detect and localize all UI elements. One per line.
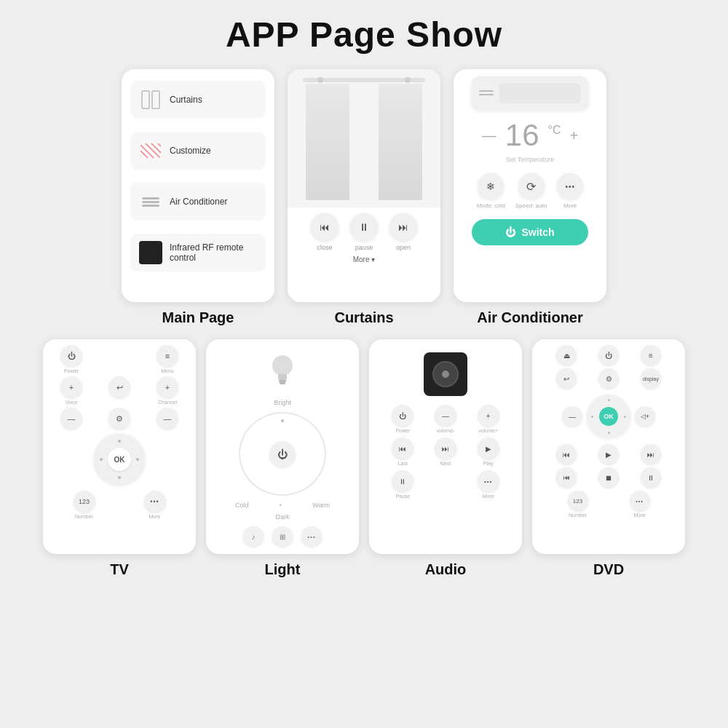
ac-unit-lines <box>479 90 494 95</box>
voice-plus-icon[interactable]: + <box>60 376 82 398</box>
light-scene-btn[interactable]: ♪ <box>243 526 264 547</box>
power-icon[interactable]: ⏻ <box>392 405 414 427</box>
ch-plus-label: Channel <box>158 400 177 405</box>
ac-mode-cold[interactable]: ❄ Mode: cold <box>477 173 505 209</box>
audio-power-btn[interactable]: ⏻ Power <box>384 405 422 433</box>
more-icon[interactable]: ••• <box>630 491 650 511</box>
prev-icon[interactable]: ⏮ <box>556 467 577 488</box>
dvd-ff-btn[interactable]: ⏭ <box>631 444 670 464</box>
dvd-stop-btn[interactable]: ⏹ <box>589 467 628 488</box>
dvd-vol-icon[interactable]: ◁+ <box>635 406 655 427</box>
power-icon[interactable]: ⏻ <box>598 345 619 365</box>
audio-more-btn[interactable]: ••• More <box>469 470 507 499</box>
audio-vol-plus-btn[interactable]: + volume+ <box>469 405 507 433</box>
ac-plus-btn[interactable]: + <box>569 127 578 144</box>
pause-icon[interactable]: ⏸ <box>350 213 378 241</box>
more-icon[interactable]: ••• <box>144 491 166 513</box>
light-timer-btn[interactable]: ⊞ <box>272 526 293 547</box>
tv-voice-plus-btn[interactable]: + Voice <box>49 376 94 405</box>
ac-speed-label: Speed: auto <box>515 202 547 209</box>
tv-number-btn[interactable]: 123 Number <box>74 491 95 519</box>
dvd-number-btn[interactable]: 123 Number <box>568 491 588 518</box>
tv-ch-plus-btn[interactable]: + Channel <box>145 376 190 405</box>
dvd-rew-btn[interactable]: ⏮ <box>547 444 586 464</box>
number-icon[interactable]: 123 <box>568 491 588 511</box>
more-icon[interactable]: ••• <box>478 470 499 492</box>
play-icon[interactable]: ▶ <box>478 438 499 459</box>
tv-ch-minus-btn[interactable]: — <box>145 408 190 431</box>
tv-back-btn[interactable]: ↩ <box>97 376 142 405</box>
power-icon[interactable]: ⏻ <box>60 345 82 367</box>
audio-pause-btn[interactable]: ⏸ Pause <box>384 470 422 499</box>
dvd-power-btn[interactable]: ⏻ <box>589 345 628 365</box>
back-icon[interactable]: ↩ <box>556 368 577 389</box>
ac-minus-btn[interactable]: — <box>482 127 496 144</box>
ac-more[interactable]: ••• More <box>557 173 583 209</box>
number-icon[interactable]: 123 <box>74 491 95 513</box>
eject-icon[interactable]: ⏏ <box>556 345 577 365</box>
dvd-menu-btn[interactable]: ≡ <box>631 345 670 365</box>
stop-icon[interactable]: ⏹ <box>598 467 619 488</box>
curtain-pause-btn[interactable]: ⏸ pause <box>350 213 378 251</box>
tv-settings-btn[interactable]: ⚙ <box>97 408 142 431</box>
light-ring[interactable]: ⏻ <box>239 412 326 496</box>
ac-mode-cold-icon[interactable]: ❄ <box>478 173 504 199</box>
curtain-close-btn[interactable]: ⏮ close <box>311 213 339 251</box>
vol-minus-icon[interactable]: — <box>60 408 82 430</box>
menu-item-curtains[interactable]: Curtains <box>130 81 266 119</box>
menu-icon[interactable]: ≡ <box>641 345 661 365</box>
dvd-ok-ring[interactable]: OK <box>587 395 630 438</box>
ac-switch-button[interactable]: ⏻ Switch <box>472 219 588 245</box>
dvd-display-btn[interactable]: display <box>631 368 670 389</box>
dvd-back-btn[interactable]: ↩ <box>547 368 586 389</box>
last-icon[interactable]: ⏮ <box>392 438 414 459</box>
ac-more-icon[interactable]: ••• <box>557 173 583 199</box>
vol-minus-icon[interactable]: — <box>435 405 456 427</box>
menu-label: Menu <box>161 368 174 373</box>
dvd-more-btn[interactable]: ••• More <box>630 491 650 518</box>
light-power-btn[interactable]: ⏻ <box>269 441 296 467</box>
dvd-prev-btn[interactable]: ⏮ <box>547 467 586 488</box>
back-icon[interactable]: ↩ <box>108 376 130 398</box>
dvd-eject-btn[interactable]: ⏏ <box>547 345 586 365</box>
vol-plus-icon[interactable]: + <box>478 405 499 427</box>
tv-power-btn[interactable]: ⏻ Power <box>49 345 94 373</box>
main-page-label: Main Page <box>162 309 234 326</box>
rewind-icon[interactable]: ⏮ <box>556 444 577 464</box>
settings-icon[interactable]: ⚙ <box>108 408 130 430</box>
dvd-play-btn[interactable]: ▶ <box>589 444 628 464</box>
pause-icon[interactable]: ⏸ <box>641 467 661 488</box>
more-link[interactable]: More ▾ <box>353 256 376 264</box>
dvd-settings-btn[interactable]: ⚙ <box>589 368 628 389</box>
ch-plus-icon[interactable]: + <box>157 376 178 398</box>
play-icon[interactable]: ▶ <box>598 444 619 464</box>
ac-mode-speed[interactable]: ⟳ Speed: auto <box>515 173 547 209</box>
dvd-ok-button[interactable]: OK <box>599 407 618 426</box>
pause-icon[interactable]: ⏸ <box>392 470 414 492</box>
ch-minus-icon[interactable]: — <box>157 408 178 430</box>
fastforward-icon[interactable]: ⏭ <box>641 444 661 464</box>
tv-more-btn[interactable]: ••• More <box>144 491 166 519</box>
tv-ok-button[interactable]: OK <box>108 448 131 471</box>
audio-last-btn[interactable]: ⏮ Last <box>384 438 422 466</box>
curtain-open-btn[interactable]: ⏭ open <box>389 213 417 251</box>
dvd-pause-btn[interactable]: ⏸ <box>631 467 670 488</box>
ac-speed-icon[interactable]: ⟳ <box>518 173 545 199</box>
audio-next-btn[interactable]: ⏭ Next <box>427 438 465 466</box>
tv-vol-minus-btn[interactable]: — <box>49 408 94 431</box>
menu-icon[interactable]: ≡ <box>157 345 178 367</box>
open-icon[interactable]: ⏭ <box>389 213 417 241</box>
audio-vol-minus-btn[interactable]: — volume- <box>427 405 465 433</box>
menu-item-ir[interactable]: Infrared RF remote control <box>130 234 266 272</box>
menu-item-customize[interactable]: Customize <box>130 132 266 170</box>
tv-ok-ring[interactable]: OK <box>94 434 145 485</box>
next-icon[interactable]: ⏭ <box>435 438 456 459</box>
light-more-btn[interactable]: ••• <box>301 526 322 547</box>
tv-menu-btn[interactable]: ≡ Menu <box>145 345 190 373</box>
close-icon[interactable]: ⏮ <box>311 213 339 241</box>
dvd-minus-btn[interactable]: — <box>562 406 582 427</box>
audio-play-btn[interactable]: ▶ Play <box>469 438 507 466</box>
display-icon[interactable]: display <box>641 368 661 389</box>
menu-item-ac[interactable]: Air Conditioner <box>130 183 266 221</box>
settings-icon[interactable]: ⚙ <box>598 368 619 389</box>
